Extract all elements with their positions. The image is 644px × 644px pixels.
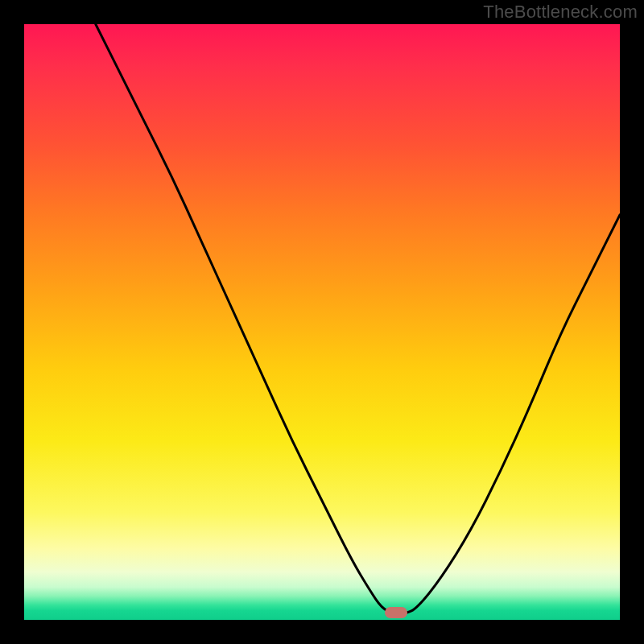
chart-frame: TheBottleneck.com: [0, 0, 644, 644]
watermark-text: TheBottleneck.com: [483, 2, 638, 23]
bottleneck-curve: [24, 24, 620, 620]
plot-area: [24, 24, 620, 620]
optimum-marker: [385, 607, 407, 618]
